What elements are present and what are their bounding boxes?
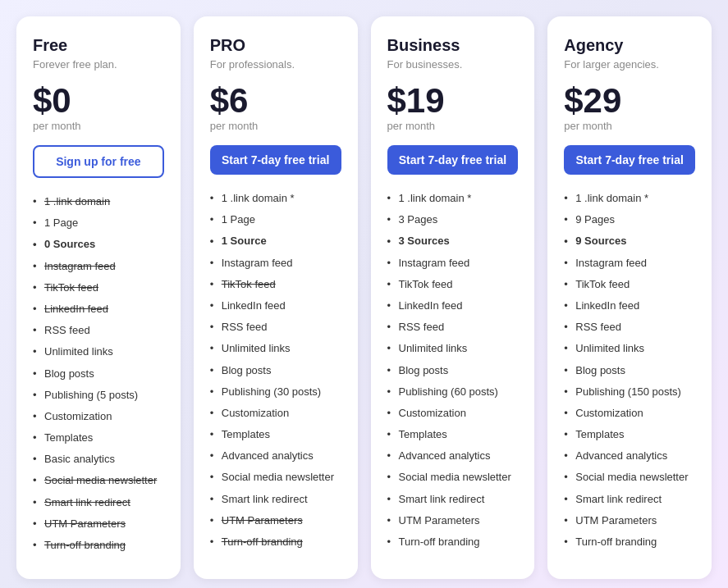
plan-period: per month [210, 120, 341, 132]
feature-item: Smart link redirect [210, 492, 341, 507]
feature-item: Instagram feed [564, 256, 695, 271]
feature-item: Turn-off branding [564, 535, 695, 549]
feature-item: Smart link redirect [387, 492, 519, 507]
feature-item: Smart link redirect [564, 492, 695, 507]
plan-name: PRO [210, 36, 341, 55]
feature-item: Customization [564, 406, 695, 421]
feature-item: Unlimited links [564, 341, 695, 356]
feature-item: TikTok feed [387, 277, 519, 292]
feature-item: Instagram feed [210, 256, 341, 271]
feature-item: UTM Parameters [564, 513, 695, 528]
pro-cta-button[interactable]: Start 7-day free trial [210, 145, 341, 175]
plan-name: Agency [564, 36, 695, 55]
plan-card-pro: PROFor professionals.$6per monthStart 7-… [194, 16, 358, 579]
feature-item: Turn-off branding [33, 538, 164, 553]
feature-item: Blog posts [33, 367, 164, 381]
agency-cta-button[interactable]: Start 7-day free trial [564, 145, 695, 175]
feature-item: Turn-off branding [210, 535, 341, 549]
feature-item: Customization [33, 409, 164, 424]
feature-item: TikTok feed [564, 277, 695, 292]
feature-item: Instagram feed [33, 259, 164, 274]
feature-item: Social media newsletter [210, 470, 341, 485]
features-list: 1 .link domain *9 Pages9 SourcesInstagra… [564, 191, 695, 549]
feature-item: LinkedIn feed [564, 299, 695, 313]
feature-item: 1 Page [210, 212, 341, 227]
plan-tagline: Forever free plan. [33, 58, 164, 71]
feature-item: Publishing (30 posts) [210, 385, 341, 399]
feature-item: Publishing (60 posts) [387, 385, 519, 399]
feature-item: UTM Parameters [33, 517, 164, 531]
feature-item: Advanced analytics [564, 449, 695, 463]
features-list: 1 .link domain1 Page0 SourcesInstagram f… [33, 194, 164, 553]
feature-item: Blog posts [210, 363, 341, 378]
business-cta-button[interactable]: Start 7-day free trial [387, 145, 519, 175]
feature-item: 1 .link domain * [210, 191, 341, 206]
feature-item: UTM Parameters [210, 513, 341, 528]
feature-item: LinkedIn feed [387, 299, 519, 313]
feature-item: Turn-off branding [387, 535, 519, 549]
plan-tagline: For professionals. [210, 58, 341, 71]
feature-item: Unlimited links [33, 344, 164, 359]
feature-item: Blog posts [564, 363, 695, 378]
feature-item: Advanced analytics [387, 449, 519, 463]
feature-item: Templates [210, 427, 341, 442]
feature-item: Publishing (150 posts) [564, 385, 695, 399]
feature-item: LinkedIn feed [210, 299, 341, 313]
feature-item: TikTok feed [33, 280, 164, 295]
feature-item: UTM Parameters [387, 513, 519, 528]
feature-item: LinkedIn feed [33, 302, 164, 317]
plan-price: $6 [210, 84, 341, 118]
plan-price: $0 [33, 84, 164, 118]
feature-item: Social media newsletter [387, 470, 519, 485]
feature-item: Social media newsletter [33, 473, 164, 488]
feature-item: RSS feed [33, 323, 164, 338]
feature-item: 1 Source [210, 234, 341, 248]
feature-item: 9 Pages [564, 212, 695, 227]
feature-item: Templates [33, 431, 164, 445]
features-list: 1 .link domain *1 Page1 SourceInstagram … [210, 191, 341, 549]
feature-item: 0 Sources [33, 237, 164, 252]
plan-card-free: FreeForever free plan.$0per monthSign up… [16, 16, 181, 579]
feature-item: 1 Page [33, 216, 164, 230]
feature-item: 3 Sources [387, 234, 519, 248]
feature-item: 9 Sources [564, 234, 695, 248]
feature-item: 1 .link domain [33, 194, 164, 209]
feature-item: Unlimited links [210, 341, 341, 356]
feature-item: Basic analytics [33, 452, 164, 467]
plan-price: $29 [564, 84, 695, 118]
feature-item: Templates [564, 427, 695, 442]
feature-item: TikTok feed [210, 277, 341, 292]
feature-item: RSS feed [564, 320, 695, 335]
plan-card-agency: AgencyFor larger agencies.$29per monthSt… [547, 16, 712, 579]
feature-item: Blog posts [387, 363, 519, 378]
feature-item: Social media newsletter [564, 470, 695, 485]
feature-item: Instagram feed [387, 256, 519, 271]
feature-item: RSS feed [210, 320, 341, 335]
feature-item: Publishing (5 posts) [33, 388, 164, 403]
feature-item: 3 Pages [387, 212, 519, 227]
plan-period: per month [564, 120, 695, 132]
plan-card-business: BusinessFor businesses.$19per monthStart… [371, 16, 535, 579]
features-list: 1 .link domain *3 Pages3 SourcesInstagra… [387, 191, 519, 549]
plan-tagline: For larger agencies. [564, 58, 695, 71]
feature-item: Customization [210, 406, 341, 421]
plan-period: per month [33, 120, 164, 132]
plan-tagline: For businesses. [387, 58, 519, 71]
feature-item: Templates [387, 427, 519, 442]
feature-item: Advanced analytics [210, 449, 341, 463]
feature-item: RSS feed [387, 320, 519, 335]
free-cta-button[interactable]: Sign up for free [33, 145, 164, 178]
feature-item: Unlimited links [387, 341, 519, 356]
plan-period: per month [387, 120, 519, 132]
feature-item: Customization [387, 406, 519, 421]
plan-price: $19 [387, 84, 519, 118]
feature-item: 1 .link domain * [387, 191, 519, 206]
pricing-grid: FreeForever free plan.$0per monthSign up… [16, 16, 712, 579]
plan-name: Business [387, 36, 519, 55]
feature-item: Smart link redirect [33, 495, 164, 510]
feature-item: 1 .link domain * [564, 191, 695, 206]
plan-name: Free [33, 36, 164, 55]
